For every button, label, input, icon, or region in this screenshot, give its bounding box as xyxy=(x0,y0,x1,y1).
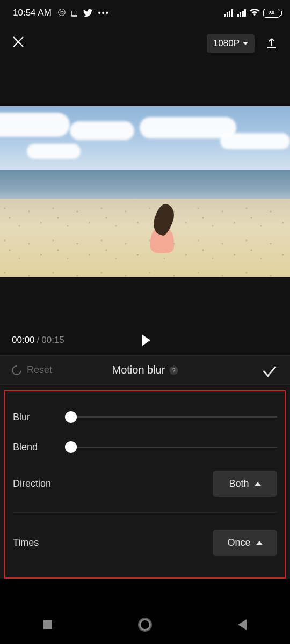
slider-track xyxy=(71,447,277,448)
direction-row: Direction Both xyxy=(13,462,277,506)
quality-selector[interactable]: 1080P xyxy=(207,34,255,53)
slider-thumb[interactable] xyxy=(65,411,77,423)
battery-text: 80 xyxy=(269,10,274,16)
time-display: 00:00/00:15 xyxy=(12,335,64,346)
wifi-icon xyxy=(249,8,260,19)
times-label: Times xyxy=(13,537,67,548)
more-icon: ••• xyxy=(98,9,110,17)
divider xyxy=(13,512,277,513)
effect-title: Motion blur ? xyxy=(112,364,178,376)
b-circle-icon: ⓑ xyxy=(58,8,66,18)
recents-button[interactable] xyxy=(44,620,52,629)
status-time: 10:54 AM xyxy=(13,8,52,18)
close-button[interactable] xyxy=(12,35,25,52)
status-left: 10:54 AM ⓑ ▤ ••• xyxy=(13,8,110,18)
time-sep: / xyxy=(37,335,40,345)
blend-row: Blend xyxy=(13,432,277,462)
play-icon xyxy=(142,334,150,346)
close-icon xyxy=(12,35,25,48)
confirm-button[interactable] xyxy=(263,365,278,375)
blend-slider[interactable] xyxy=(67,441,277,453)
check-icon xyxy=(263,361,277,377)
twitter-icon xyxy=(83,9,93,17)
card-icon: ▤ xyxy=(71,9,78,17)
status-right: 80 xyxy=(223,8,280,19)
preview-sand xyxy=(0,199,290,277)
chevron-up-icon xyxy=(256,541,263,545)
preview-person xyxy=(146,204,177,253)
time-current: 00:00 xyxy=(12,335,35,345)
play-button[interactable] xyxy=(140,334,150,346)
quality-label: 1080P xyxy=(213,38,240,49)
system-navbar xyxy=(0,605,290,644)
status-bar: 10:54 AM ⓑ ▤ ••• 80 xyxy=(0,0,290,25)
chevron-down-icon xyxy=(243,42,248,45)
editor-toolbar: 1080P xyxy=(0,25,290,58)
times-selector[interactable]: Once xyxy=(213,530,277,556)
help-icon[interactable]: ? xyxy=(169,366,178,375)
effect-title-text: Motion blur xyxy=(112,364,165,376)
panel-wrap: Blur Blend Direction Both Times O xyxy=(0,385,290,579)
reset-icon xyxy=(10,363,23,377)
blend-label: Blend xyxy=(13,442,67,453)
signal-icon xyxy=(224,9,233,17)
times-value: Once xyxy=(227,537,250,548)
slider-track xyxy=(71,416,277,418)
signal-icon-2 xyxy=(237,9,247,17)
time-duration: 00:15 xyxy=(41,335,64,345)
back-button[interactable] xyxy=(238,619,247,630)
direction-selector[interactable]: Both xyxy=(213,471,277,497)
export-icon xyxy=(265,37,278,50)
blur-label: Blur xyxy=(13,412,67,423)
blur-slider[interactable] xyxy=(67,411,277,423)
export-button[interactable] xyxy=(265,37,278,50)
direction-value: Both xyxy=(229,478,249,489)
reset-button[interactable]: Reset xyxy=(12,364,52,376)
preview-area xyxy=(0,58,290,277)
blur-row: Blur xyxy=(13,402,277,432)
times-row: Times Once xyxy=(13,521,277,565)
preview-sea xyxy=(0,170,290,202)
effect-header: Reset Motion blur ? xyxy=(0,355,290,385)
video-preview[interactable] xyxy=(0,106,290,277)
controls-panel: Blur Blend Direction Both Times O xyxy=(4,390,286,579)
slider-thumb[interactable] xyxy=(65,441,77,453)
chevron-up-icon xyxy=(255,482,261,486)
battery-icon: 80 xyxy=(263,9,280,18)
home-button[interactable] xyxy=(139,619,151,631)
playback-bar: 00:00/00:15 xyxy=(0,277,290,355)
reset-label: Reset xyxy=(27,364,52,376)
direction-label: Direction xyxy=(13,478,67,489)
